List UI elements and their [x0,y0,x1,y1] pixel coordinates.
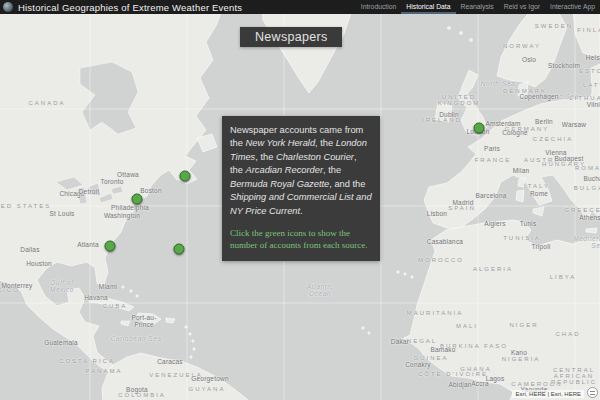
island-ireland [435,103,452,122]
body-text: , the [315,138,336,148]
newspaper-marker-new-york[interactable] [132,194,143,205]
nav-historical-data[interactable]: Historical Data [401,0,455,14]
header-bar: Historical Geographies of Extreme Weathe… [0,0,600,14]
island-crete [586,228,597,233]
newspaper-name: Bermuda Royal Gazette [230,179,329,189]
nav-reanalysis[interactable]: Reanalysis [456,0,499,14]
header-nav: IntroductionHistorical DataReanalysisRei… [356,0,600,14]
section-title: Newspapers [240,27,342,47]
newspaper-name: Charleston Courier [276,152,354,162]
newspaper-marker-halifax[interactable] [180,171,191,182]
island-sardinia [516,190,524,202]
body-text: . [300,206,303,216]
body-text: , and the [329,179,365,189]
newspaper-name: New York Herald [246,138,316,148]
info-panel-body: Newspaper accounts came from the New Yor… [230,124,372,218]
site-title: Historical Geographies of Extreme Weathe… [18,2,242,13]
newspaper-marker-london[interactable] [474,123,485,134]
esri-logo-icon[interactable] [587,387,598,398]
site-logo-icon [3,2,13,12]
island-corsica [518,178,525,187]
map-attribution: Esri, HERE | Esri, HERE [512,390,584,398]
info-panel: Newspaper accounts came from the New Yor… [222,116,380,261]
body-text: , the [323,165,341,175]
page: CANADAUNITED STATESMÉXICOCUBACOSTA RICAP… [0,0,600,400]
island-puerto-rico [166,318,175,323]
newspaper-name: Arcadian Recorder [246,165,324,175]
nav-interactive-app[interactable]: Interactive App [545,0,600,14]
nav-reid-vs-igor[interactable]: Reid vs Igor [499,0,545,14]
info-panel-instruction: Click the green icons to show the number… [230,227,372,251]
newspaper-marker-charleston[interactable] [105,241,116,252]
newspaper-marker-bermuda[interactable] [174,244,185,255]
body-text: , the [255,152,276,162]
nav-introduction[interactable]: Introduction [356,0,402,14]
